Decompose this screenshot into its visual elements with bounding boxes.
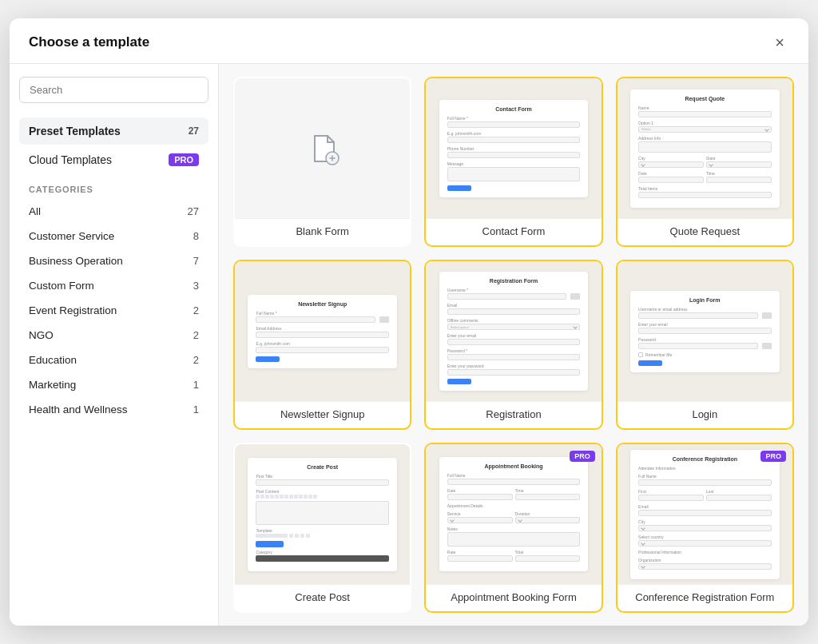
category-ngo[interactable]: NGO 2 — [19, 323, 208, 348]
category-custom-form[interactable]: Custom Form 3 — [19, 273, 208, 298]
cat-edu-count: 2 — [193, 354, 199, 366]
cat-bo-label: Business Operation — [29, 255, 123, 267]
template-newsletter-name: Newsletter Signup — [235, 401, 410, 428]
close-button[interactable]: × — [770, 33, 789, 52]
template-newsletter[interactable]: Newsletter Signup Full Name * Email Addr… — [233, 260, 411, 430]
template-contact[interactable]: Contact Form Full Name * E.g. johnsmith.… — [424, 77, 602, 247]
modal-title: Choose a template — [29, 34, 149, 50]
template-appointment[interactable]: PRO Appointment Booking Full Name Date T… — [424, 443, 602, 613]
cat-all-label: All — [29, 205, 41, 217]
template-newsletter-preview: Newsletter Signup Full Name * Email Addr… — [235, 261, 410, 401]
cat-ngo-count: 2 — [193, 329, 199, 341]
template-create-post-name: Create Post — [235, 584, 410, 611]
cat-all-count: 27 — [188, 205, 199, 217]
blank-form-icon — [304, 129, 342, 168]
template-contact-name: Contact Form — [426, 218, 601, 245]
newsletter-form-preview: Newsletter Signup Full Name * Email Addr… — [248, 295, 396, 368]
template-login-name: Login — [617, 401, 792, 428]
cat-er-label: Event Registration — [29, 304, 117, 316]
registration-form-preview: Registration Form Username * Email Offli… — [439, 272, 588, 391]
category-customer-service[interactable]: Customer Service 8 — [19, 224, 208, 248]
template-create-post[interactable]: Create Post Post Title Post Content — [233, 443, 411, 613]
cat-hw-label: Health and Wellness — [29, 403, 128, 415]
modal-body: Preset Templates 27 Cloud Templates PRO … — [10, 64, 808, 626]
category-health-wellness[interactable]: Health and Wellness 1 — [19, 397, 208, 422]
template-create-post-preview: Create Post Post Title Post Content — [235, 444, 410, 584]
cat-edu-label: Education — [29, 354, 77, 366]
template-conference-preview: PRO Conference Registration Attendee Inf… — [617, 444, 792, 584]
create-post-form-preview: Create Post Post Title Post Content — [248, 458, 396, 571]
cat-bo-count: 7 — [193, 255, 199, 267]
choose-template-modal: Choose a template × Preset Templates 27 … — [10, 18, 808, 626]
appointment-pro-badge: PRO — [570, 451, 595, 462]
template-conference-name: Conference Registration Form — [617, 584, 792, 611]
template-contact-preview: Contact Form Full Name * E.g. johnsmith.… — [426, 78, 601, 218]
nav-cloud-pro-badge: PRO — [169, 153, 199, 166]
quote-form-preview: Request Quote Name Option 1Select Addres… — [630, 89, 779, 208]
modal-header: Choose a template × — [10, 18, 808, 64]
category-marketing[interactable]: Marketing 1 — [19, 372, 208, 397]
template-registration-name: Registration — [426, 401, 601, 428]
template-appointment-name: Appointment Booking Form — [426, 584, 601, 611]
templates-grid: Blank Form Contact Form Full Name * E.g.… — [233, 77, 794, 613]
nav-preset-templates[interactable]: Preset Templates 27 — [19, 117, 208, 145]
cat-er-count: 2 — [193, 304, 199, 316]
template-conference[interactable]: PRO Conference Registration Attendee Inf… — [616, 443, 794, 613]
conference-form-preview: Conference Registration Attendee Informa… — [630, 450, 779, 579]
nav-preset-badge: 27 — [189, 125, 199, 137]
template-blank[interactable]: Blank Form — [233, 77, 411, 247]
cat-cs-count: 8 — [193, 230, 199, 242]
cat-cf-label: Custom Form — [29, 280, 94, 292]
template-registration[interactable]: Registration Form Username * Email Offli… — [424, 260, 602, 430]
template-quote-name: Quote Request — [617, 218, 792, 245]
category-business-operation[interactable]: Business Operation 7 — [19, 248, 208, 273]
cat-cf-count: 3 — [193, 280, 199, 292]
categories-label: CATEGORIES — [19, 175, 208, 199]
template-login-preview: Login Form Username or email address Ent… — [617, 261, 792, 401]
appointment-form-preview: Appointment Booking Full Name Date Time … — [439, 457, 588, 571]
category-education[interactable]: Education 2 — [19, 348, 208, 372]
template-quote-preview: Request Quote Name Option 1Select Addres… — [617, 78, 792, 218]
templates-content: Blank Form Contact Form Full Name * E.g.… — [219, 64, 808, 626]
template-blank-name: Blank Form — [235, 218, 410, 245]
cat-mkt-count: 1 — [193, 379, 199, 391]
cat-hw-count: 1 — [193, 403, 199, 415]
category-all[interactable]: All 27 — [19, 199, 208, 224]
cat-ngo-label: NGO — [29, 329, 54, 341]
category-event-registration[interactable]: Event Registration 2 — [19, 298, 208, 323]
contact-form-preview: Contact Form Full Name * E.g. johnsmith.… — [439, 100, 588, 197]
template-login[interactable]: Login Form Username or email address Ent… — [616, 260, 794, 430]
cat-mkt-label: Marketing — [29, 379, 76, 391]
template-appointment-preview: PRO Appointment Booking Full Name Date T… — [426, 444, 601, 584]
login-form-preview: Login Form Username or email address Ent… — [630, 291, 779, 372]
cat-cs-label: Customer Service — [29, 230, 114, 242]
sidebar: Preset Templates 27 Cloud Templates PRO … — [10, 64, 219, 626]
nav-cloud-templates[interactable]: Cloud Templates PRO — [19, 146, 208, 173]
template-blank-preview — [235, 78, 410, 218]
template-quote[interactable]: Request Quote Name Option 1Select Addres… — [616, 77, 794, 247]
nav-preset-label: Preset Templates — [29, 125, 121, 137]
search-input[interactable] — [19, 77, 208, 103]
conference-pro-badge: PRO — [760, 451, 786, 462]
nav-cloud-label: Cloud Templates — [29, 153, 112, 166]
template-registration-preview: Registration Form Username * Email Offli… — [426, 261, 601, 401]
